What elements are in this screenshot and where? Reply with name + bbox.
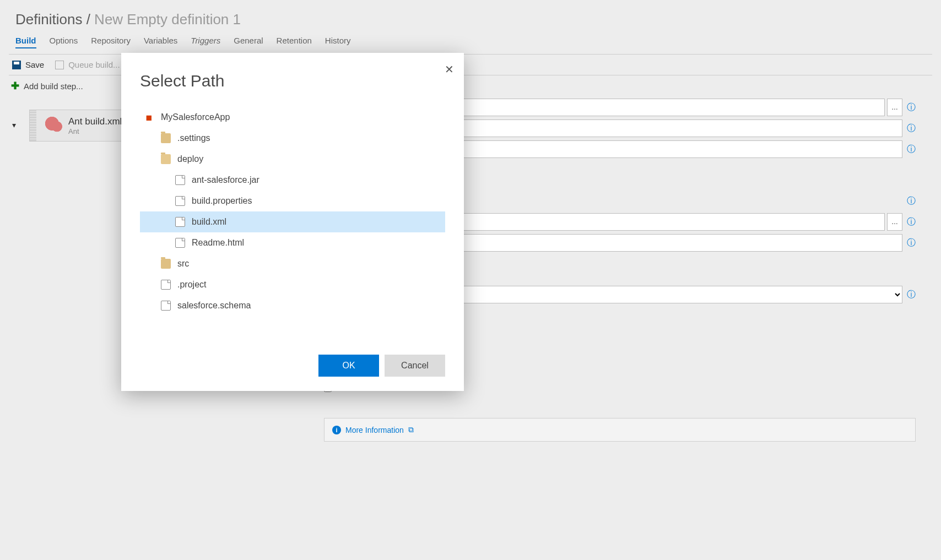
modal-backdrop: ✕ Select Path ◆ MySalesforceApp .setting…: [0, 0, 941, 560]
file-icon: [161, 280, 171, 290]
tree-item[interactable]: salesforce.schema: [140, 295, 445, 316]
tree-label: .settings: [177, 133, 210, 143]
tree-label: ant-salesforce.jar: [192, 175, 259, 185]
tree-item[interactable]: src: [140, 253, 445, 274]
file-tree: ◆ MySalesforceApp .settingsdeployant-sal…: [140, 107, 445, 316]
tree-label: build.xml: [192, 217, 226, 227]
cancel-button[interactable]: Cancel: [385, 355, 445, 377]
file-icon: [175, 175, 185, 185]
tree-item[interactable]: build.xml: [140, 211, 445, 232]
tree-label: src: [177, 259, 189, 269]
tree-item[interactable]: build.properties: [140, 191, 445, 211]
tree-item[interactable]: deploy: [140, 149, 445, 170]
file-icon: [175, 238, 185, 248]
tree-label: .project: [177, 280, 206, 290]
file-icon: [175, 217, 185, 227]
tree-label: salesforce.schema: [177, 301, 251, 311]
tree-item[interactable]: .project: [140, 274, 445, 295]
tree-root[interactable]: ◆ MySalesforceApp: [140, 107, 445, 128]
ok-button[interactable]: OK: [318, 355, 379, 377]
select-path-dialog: ✕ Select Path ◆ MySalesforceApp .setting…: [121, 53, 464, 391]
file-icon: [161, 301, 171, 311]
tree-label: deploy: [177, 154, 203, 164]
file-icon: [175, 196, 185, 206]
tree-item[interactable]: Readme.html: [140, 232, 445, 253]
close-icon[interactable]: ✕: [445, 63, 454, 76]
tree-item[interactable]: ant-salesforce.jar: [140, 170, 445, 191]
tree-label: build.properties: [192, 196, 252, 206]
folder-icon: [161, 133, 171, 143]
tree-label: MySalesforceApp: [161, 112, 230, 122]
dialog-title: Select Path: [140, 72, 445, 90]
tree-item[interactable]: .settings: [140, 128, 445, 149]
folder-icon: [161, 154, 171, 164]
folder-icon: [161, 259, 171, 269]
repo-icon: ◆: [142, 110, 156, 124]
tree-label: Readme.html: [192, 238, 244, 248]
